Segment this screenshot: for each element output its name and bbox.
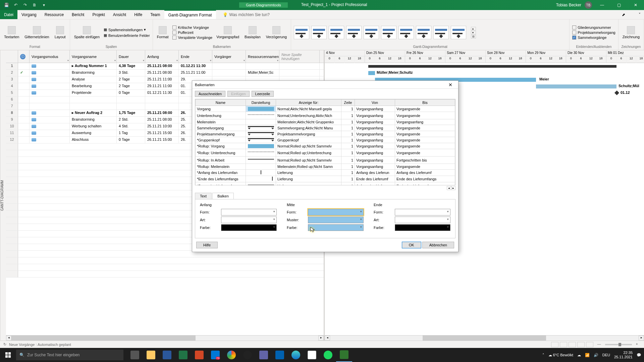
project-icon[interactable]	[336, 348, 352, 362]
spotify-icon[interactable]	[320, 348, 336, 362]
col-dauer[interactable]: Dauer▾	[117, 50, 145, 63]
basisplan-button[interactable]: Basisplan	[243, 25, 262, 40]
task-view-icon[interactable]	[127, 348, 143, 362]
barstyle-row[interactable]: *Rollup: MeilensteinMeilenstein;Rolled u…	[196, 164, 455, 170]
edge-legacy-icon[interactable]: 73	[207, 348, 223, 362]
close-button[interactable]: ✕	[629, 0, 642, 10]
tray-lang[interactable]: DEU	[602, 353, 610, 357]
menu-team[interactable]: Team	[146, 10, 164, 19]
gantt-style-gallery[interactable]	[294, 26, 466, 39]
ende-form-combo[interactable]	[395, 209, 450, 216]
zoom-in-icon[interactable]: +	[636, 342, 638, 347]
tell-me-search[interactable]: 💡 Was möchten Sie tun?	[223, 12, 270, 17]
menu-file[interactable]: Datei	[0, 10, 17, 19]
blankrow-button[interactable]: Leerzeile	[252, 91, 274, 97]
projektsammel-check[interactable]: Projektsammelvorgang	[572, 30, 615, 35]
gliederung-check[interactable]: Gliederungsnummer	[572, 25, 615, 30]
menu-ressource[interactable]: Ressource	[41, 10, 68, 19]
barstyle-row[interactable]: ProjektsammelvorgangProjektsammelvorgang…	[196, 131, 455, 137]
tray-clock[interactable]: 22:35 25.11.2021	[614, 351, 633, 359]
tray-wifi-icon[interactable]: 📶	[585, 353, 590, 357]
col-vorgaenger[interactable]: Vorgänger▾	[212, 50, 246, 63]
barstyle-row[interactable]: SammelvorgangSammelvorgang;Aktiv;Nicht M…	[196, 125, 455, 131]
benutzerfelder-button[interactable]: ▦Benutzerdefinierte Felder	[104, 33, 150, 38]
view-resource-icon[interactable]	[577, 342, 585, 347]
spalteneinstellungen-button[interactable]: ▦Spalteneinstellungen▾	[104, 27, 150, 32]
chrome-icon[interactable]	[223, 348, 239, 362]
tray-cloud-icon[interactable]: ☁	[577, 353, 581, 357]
view-team-icon[interactable]	[569, 342, 576, 347]
gantt-hscroll[interactable]: ◂▸	[325, 335, 644, 341]
anfang-form-combo[interactable]	[221, 209, 277, 216]
menu-ansicht[interactable]: Ansicht	[109, 10, 130, 19]
vorgangspfad-button[interactable]: Vorgangspfad	[215, 25, 240, 40]
qat-more-icon[interactable]: ▾	[41, 2, 47, 8]
status-refresh-icon[interactable]: ↻	[3, 342, 6, 347]
gitternetz-button[interactable]: Gitternetzlinien	[23, 25, 50, 40]
tab-balken[interactable]: Balken	[212, 193, 234, 199]
puffer-check[interactable]: Pufferzeit	[172, 30, 212, 35]
gallery-down-icon[interactable]: ▾	[471, 31, 476, 35]
gallery-more-icon[interactable]: ⊟	[471, 35, 476, 39]
weather-widget[interactable]: ☁ 6°C Bewölkt	[548, 353, 573, 357]
barstyle-row[interactable]: MeilensteinMeilenstein;Aktiv;Nicht Grupp…	[196, 119, 455, 125]
user-avatar[interactable]: TB	[585, 1, 592, 9]
view-gantt-icon[interactable]	[551, 342, 558, 347]
view-report-icon[interactable]	[586, 342, 593, 347]
verzoegerung-button[interactable]: Verzögerung	[265, 25, 288, 40]
mitte-muster-combo[interactable]	[308, 217, 364, 223]
start-button[interactable]	[0, 348, 16, 362]
obs-icon[interactable]	[239, 348, 256, 362]
explorer-icon[interactable]	[143, 348, 159, 362]
dialog-close-button[interactable]: ✕	[445, 82, 455, 87]
save-icon[interactable]: 💾	[3, 2, 9, 8]
app-icon-1[interactable]	[256, 348, 272, 362]
tray-notifications-icon[interactable]: 💬	[637, 353, 641, 357]
redo-icon[interactable]: ↷	[22, 2, 28, 8]
barstyle-row[interactable]: *Ende des LieferumfangsLieferung1Ende de…	[196, 176, 455, 182]
col-anfang[interactable]: Anfang▾	[145, 50, 179, 63]
excel-icon[interactable]	[175, 348, 191, 362]
zoom-out-icon[interactable]: —	[597, 342, 601, 347]
ende-farbe-combo[interactable]	[395, 224, 450, 231]
col-modus[interactable]: Vorgangsmodus▾	[30, 50, 70, 63]
table-scroll-right[interactable]: ▸	[451, 186, 455, 190]
tab-text[interactable]: Text	[195, 193, 212, 199]
barstyles-table[interactable]: Name Darstellung Anzeige für: Zeile Von …	[195, 99, 455, 185]
verspaetet-check[interactable]: Verspätete Vorgänge	[172, 35, 212, 40]
col-name[interactable]: Vorgangsname▾	[70, 50, 117, 63]
barstyle-row[interactable]: *Dauer des LieferumfangLieferung1Anfang …	[196, 182, 455, 185]
barstyle-row[interactable]: *Rollup: UnterbrechungNormal;Rolled up;U…	[196, 149, 455, 157]
minimize-button[interactable]: —	[595, 0, 609, 10]
menu-projekt[interactable]: Projekt	[88, 10, 109, 19]
spalte-einfuegen-button[interactable]: Spalte einfügen	[73, 25, 101, 40]
mitte-farbe-combo[interactable]	[308, 224, 364, 231]
textarten-button[interactable]: Textarten	[3, 25, 20, 40]
kritische-check[interactable]: Kritische Vorgänge	[172, 25, 212, 30]
sammelvorg-check[interactable]: ✓Sammelvorgänge	[572, 35, 615, 40]
table-row[interactable]: 1▸ Auftrag Nummer 14,38 Tage25.11.21 08:…	[6, 63, 324, 70]
cut-button[interactable]: Ausschneiden	[195, 91, 225, 97]
ok-button[interactable]: OK	[402, 242, 421, 248]
powerpoint-icon[interactable]	[191, 348, 207, 362]
zoom-slider[interactable]	[605, 344, 632, 345]
edge-icon[interactable]	[288, 348, 304, 362]
maximize-button[interactable]: ▢	[612, 0, 626, 10]
barstyle-row[interactable]: *GruppenkopfGruppenkopf1VorgangsanfangVo…	[196, 137, 455, 143]
taskbar-search[interactable]: 🔍 Zur Suche Text hier eingeben	[16, 350, 123, 360]
help-button[interactable]: Hilfe	[196, 242, 218, 248]
tray-volume-icon[interactable]: 🔊	[594, 353, 598, 357]
barstyle-row[interactable]: UnterbrechungNormal;Unterbrechung;Aktiv;…	[196, 112, 455, 119]
barstyle-row[interactable]: *Anfang des LieferumfanLieferung1Anfang …	[196, 170, 455, 176]
layout-button[interactable]: Layout	[53, 25, 67, 40]
barstyle-row[interactable]: VorgangNormal;Aktiv;Nicht Manuell gepla1…	[196, 106, 455, 112]
anfang-farbe-combo[interactable]	[221, 224, 277, 231]
newdoc-icon[interactable]: 🗎	[32, 2, 38, 8]
format-dropdown-button[interactable]: Format	[156, 25, 170, 40]
word-icon[interactable]	[159, 348, 175, 362]
menu-hilfe[interactable]: Hilfe	[130, 10, 146, 19]
menu-vorgang[interactable]: Vorgang	[17, 10, 41, 19]
grid-hscroll[interactable]: ◂▸	[6, 335, 324, 341]
view-side-label[interactable]: GANTT-DIAGRAMM	[0, 50, 6, 341]
notepad-icon[interactable]	[304, 348, 320, 362]
